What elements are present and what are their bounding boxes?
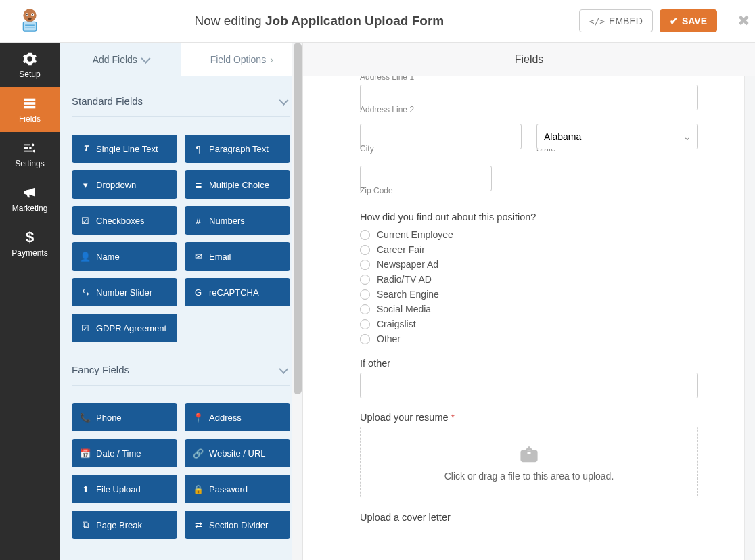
nav-payments[interactable]: $ Payments bbox=[0, 221, 60, 266]
field-label: Page Break bbox=[96, 520, 142, 530]
svg-rect-11 bbox=[24, 106, 36, 108]
radio-option[interactable]: Social Media bbox=[360, 304, 698, 314]
svg-point-3 bbox=[26, 14, 28, 15]
nav-fields[interactable]: Fields bbox=[0, 87, 60, 132]
radio-option[interactable]: Radio/TV AD bbox=[360, 274, 698, 285]
radio-icon bbox=[360, 319, 370, 329]
paragraph-text-icon: ¶ bbox=[193, 144, 204, 154]
field-recaptcha[interactable]: GreCAPTCHA bbox=[185, 278, 290, 306]
radio-option[interactable]: Other bbox=[360, 333, 698, 344]
preview-scrollbar[interactable] bbox=[744, 76, 755, 560]
check-icon: ✔ bbox=[670, 16, 678, 26]
tab-field-options[interactable]: Field Options › bbox=[181, 43, 303, 76]
radio-label: Current Employee bbox=[377, 229, 453, 240]
radio-label: Newspaper Ad bbox=[377, 259, 438, 270]
panel-body: Standard Fields 𝙏Single Line Text¶Paragr… bbox=[60, 76, 302, 555]
field-section-divider[interactable]: ⇄Section Divider bbox=[185, 511, 290, 539]
code-icon: </> bbox=[589, 16, 605, 26]
field-file-upload[interactable]: ⬆File Upload bbox=[72, 475, 177, 503]
field-label: Address bbox=[209, 413, 242, 423]
chevron-right-icon: › bbox=[270, 54, 273, 65]
upload-dropzone[interactable]: Click or drag a file to this area to upl… bbox=[360, 427, 698, 498]
nav-marketing[interactable]: Marketing bbox=[0, 177, 60, 221]
upload-resume-field[interactable]: Upload your resume * Click or drag a fil… bbox=[360, 412, 698, 498]
field-numbers[interactable]: #Numbers bbox=[185, 206, 290, 235]
field-checkboxes[interactable]: ☑Checkboxes bbox=[72, 206, 177, 235]
radio-icon bbox=[360, 275, 370, 285]
phone-icon: 📞 bbox=[80, 413, 91, 423]
wpforms-logo-icon bbox=[15, 6, 45, 36]
radio-label: Career Fair bbox=[377, 244, 425, 255]
address-line1-sublabel: Address Line 1 bbox=[360, 76, 698, 82]
field-label: Website / URL bbox=[209, 448, 266, 459]
preview-area: Fields Address Line 1 Address Line 2 Cit… bbox=[303, 43, 755, 560]
field-password[interactable]: 🔒Password bbox=[185, 475, 290, 503]
field-label: Section Divider bbox=[209, 520, 268, 530]
radio-option[interactable]: Search Engine bbox=[360, 289, 698, 300]
field-name[interactable]: 👤Name bbox=[72, 242, 177, 271]
radio-option[interactable]: Newspaper Ad bbox=[360, 259, 698, 270]
if-other-field[interactable]: If other bbox=[360, 358, 698, 398]
radio-icon bbox=[360, 334, 370, 344]
findout-label: How did you find out about this position… bbox=[360, 212, 698, 223]
file-upload-icon: ⬆ bbox=[80, 484, 91, 494]
field-page-break[interactable]: ⧉Page Break bbox=[72, 511, 177, 539]
field-label: File Upload bbox=[96, 484, 141, 494]
upload-cover-field[interactable]: Upload a cover letter bbox=[360, 512, 698, 523]
field-email[interactable]: ✉Email bbox=[185, 242, 290, 271]
field-dropdown[interactable]: ▾Dropdown bbox=[72, 170, 177, 199]
field-single-line-text[interactable]: 𝙏Single Line Text bbox=[72, 135, 177, 163]
radio-option[interactable]: Craigslist bbox=[360, 319, 698, 329]
save-label: SAVE bbox=[682, 16, 707, 26]
svg-rect-6 bbox=[23, 22, 36, 31]
upload-hint-text: Click or drag a file to this area to upl… bbox=[444, 471, 614, 482]
upload-resume-label: Upload your resume * bbox=[360, 412, 698, 423]
builder-scrollbar[interactable] bbox=[292, 43, 302, 560]
field-paragraph-text[interactable]: ¶Paragraph Text bbox=[185, 135, 290, 163]
field-website-url[interactable]: 🔗Website / URL bbox=[185, 439, 290, 467]
dropdown-icon: ▾ bbox=[80, 180, 91, 190]
address-field[interactable]: Address Line 1 Address Line 2 City ⌄ bbox=[360, 76, 698, 198]
findout-field[interactable]: How did you find out about this position… bbox=[360, 212, 698, 344]
gear-icon bbox=[22, 51, 37, 66]
required-asterisk: * bbox=[449, 412, 455, 423]
field-multiple-choice[interactable]: ≣Multiple Choice bbox=[185, 170, 290, 199]
field-number-slider[interactable]: ⇆Number Slider bbox=[72, 278, 177, 306]
svg-rect-9 bbox=[24, 98, 36, 101]
radio-option[interactable]: Career Fair bbox=[360, 244, 698, 255]
radio-icon bbox=[360, 245, 370, 255]
single-line-text-icon: 𝙏 bbox=[80, 143, 91, 154]
nav-settings[interactable]: Settings bbox=[0, 132, 60, 177]
svg-point-12 bbox=[32, 143, 35, 146]
field-gdpr-agreement[interactable]: ☑GDPR Agreement bbox=[72, 314, 177, 342]
nav-fields-label: Fields bbox=[19, 114, 41, 124]
chevron-down-icon bbox=[279, 364, 288, 373]
close-button[interactable]: ✖ bbox=[731, 0, 755, 42]
form-name: Job Application Upload Form bbox=[265, 14, 444, 28]
radio-label: Social Media bbox=[377, 304, 431, 314]
embed-button[interactable]: </> EMBED bbox=[579, 9, 653, 32]
workspace: Setup Fields Settings Marketing $ Paymen… bbox=[0, 43, 755, 560]
page-title: Now editing Job Application Upload Form bbox=[60, 14, 579, 28]
nav-setup[interactable]: Setup bbox=[0, 43, 60, 87]
svg-rect-10 bbox=[24, 102, 36, 105]
nav-payments-label: Payments bbox=[12, 248, 47, 258]
chevron-down-icon bbox=[141, 53, 150, 63]
multiple-choice-icon: ≣ bbox=[193, 180, 204, 190]
tab-add-fields[interactable]: Add Fields bbox=[60, 43, 181, 76]
field-phone[interactable]: 📞Phone bbox=[72, 403, 177, 431]
field-date-time[interactable]: 📅Date / Time bbox=[72, 439, 177, 467]
field-address[interactable]: 📍Address bbox=[185, 403, 290, 431]
field-label: Numbers bbox=[209, 216, 245, 226]
chevron-down-icon bbox=[279, 95, 288, 105]
section-fancy-fields[interactable]: Fancy Fields bbox=[72, 352, 290, 386]
radio-option[interactable]: Current Employee bbox=[360, 229, 698, 240]
state-select[interactable] bbox=[536, 124, 698, 149]
section-standard-fields[interactable]: Standard Fields bbox=[72, 83, 290, 117]
radio-icon bbox=[360, 230, 370, 240]
builder-scrollbar-thumb[interactable] bbox=[294, 43, 302, 394]
if-other-label: If other bbox=[360, 358, 698, 369]
if-other-input[interactable] bbox=[360, 373, 698, 398]
numbers-icon: # bbox=[193, 216, 204, 226]
save-button[interactable]: ✔ SAVE bbox=[660, 9, 717, 32]
